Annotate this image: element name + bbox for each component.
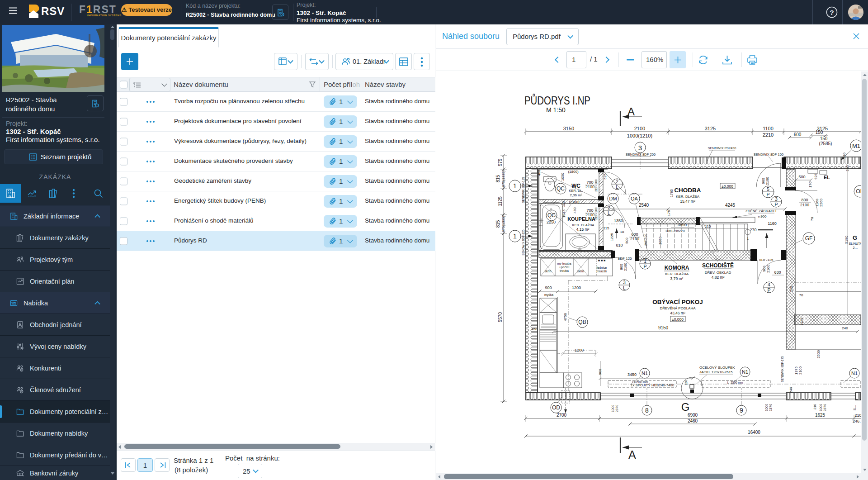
- svg-text:8DF-125: 8DF-125: [759, 258, 774, 262]
- svg-text:2: 2: [616, 179, 618, 184]
- svg-text:SLINUTA: SLINUTA: [849, 242, 861, 245]
- svg-text:M 1:50: M 1:50: [546, 106, 566, 114]
- svg-text:1375: 1375: [794, 366, 798, 375]
- svg-text:lednice: lednice: [597, 266, 607, 269]
- svg-text:450: 450: [531, 327, 538, 331]
- svg-text:625: 625: [814, 173, 818, 180]
- svg-text:SENDWIX 8DF-125: SENDWIX 8DF-125: [522, 177, 525, 203]
- svg-text:1000: 1000: [819, 404, 823, 412]
- svg-text:20F-100: 20F-100: [644, 234, 647, 246]
- svg-text:800: 800: [801, 198, 808, 202]
- svg-text:1160: 1160: [815, 199, 819, 207]
- svg-text:500: 500: [798, 175, 805, 179]
- svg-text:3: 3: [623, 280, 626, 285]
- svg-text:1200: 1200: [572, 285, 581, 290]
- svg-text:2700: 2700: [557, 413, 567, 418]
- svg-text:500: 500: [625, 238, 629, 244]
- svg-text:L: L: [616, 184, 618, 190]
- svg-text:P: P: [767, 287, 770, 293]
- svg-text:KER. DL.: KER. DL.: [569, 189, 583, 193]
- svg-text:1785: 1785: [670, 189, 674, 197]
- svg-text:700: 700: [586, 180, 593, 185]
- svg-text:1125: 1125: [498, 196, 503, 206]
- svg-text:150: 150: [820, 136, 828, 141]
- svg-text:KER. DLAŽBA: KER. DLAŽBA: [676, 195, 700, 199]
- svg-text:1000: 1000: [611, 405, 615, 413]
- svg-text:A: A: [628, 448, 636, 461]
- svg-text:9: 9: [740, 407, 743, 414]
- svg-text:G: G: [681, 401, 690, 413]
- svg-text:2100: 2100: [585, 213, 594, 217]
- svg-text:(1800): (1800): [568, 170, 578, 174]
- svg-text:+pečící: +pečící: [559, 266, 570, 269]
- svg-text:mrazák: mrazák: [597, 270, 607, 273]
- svg-text:4: 4: [768, 282, 770, 287]
- svg-text:1: 1: [513, 233, 517, 240]
- svg-text:P: P: [766, 192, 769, 197]
- svg-text:EL: EL: [824, 175, 830, 180]
- svg-text:240: 240: [789, 387, 793, 393]
- svg-text:900: 900: [761, 178, 765, 184]
- svg-text:SENDWIX 8DF-175: SENDWIX 8DF-175: [781, 356, 784, 382]
- svg-text:1200: 1200: [575, 348, 584, 352]
- svg-text:2210: 2210: [763, 132, 774, 138]
- svg-text:QC: QC: [547, 212, 556, 219]
- svg-text:5: 5: [767, 186, 769, 192]
- svg-text:4,82 m²: 4,82 m²: [712, 275, 725, 280]
- svg-text:P: P: [643, 264, 646, 269]
- svg-text:700: 700: [586, 208, 593, 213]
- svg-text:120: 120: [684, 380, 688, 385]
- svg-text:3125: 3125: [705, 126, 716, 131]
- svg-text:630: 630: [774, 270, 781, 275]
- svg-text:70: 70: [810, 217, 814, 221]
- svg-text:1350: 1350: [614, 219, 623, 223]
- svg-text:(2585): (2585): [819, 141, 832, 146]
- svg-text:1: 1: [747, 237, 749, 241]
- svg-text:A: A: [627, 105, 635, 118]
- svg-text:±0,000: ±0,000: [672, 317, 684, 322]
- svg-text:2100: 2100: [765, 177, 769, 185]
- svg-text:1845: 1845: [562, 209, 566, 218]
- svg-text:1625: 1625: [815, 413, 826, 418]
- svg-text:S…: S…: [853, 405, 857, 411]
- svg-text:1160: 1160: [768, 221, 776, 226]
- svg-text:1050: 1050: [658, 237, 662, 245]
- svg-text:2…: 2…: [853, 246, 858, 249]
- svg-text:G: G: [853, 234, 857, 241]
- svg-text:240: 240: [842, 326, 848, 330]
- svg-text:DŘEV. OBKLAD: DŘEV. OBKLAD: [705, 271, 731, 275]
- svg-text:2,36 m²: 2,36 m²: [570, 193, 582, 197]
- svg-text:SENDWIX 8DF-125: SENDWIX 8DF-125: [522, 229, 525, 256]
- svg-text:GF: GF: [805, 235, 813, 242]
- svg-text:115: 115: [604, 226, 609, 230]
- svg-text:OP: OP: [856, 188, 861, 195]
- svg-text:15,47 m²: 15,47 m²: [680, 199, 695, 204]
- svg-text:810: 810: [616, 243, 623, 247]
- svg-text:myčka: myčka: [544, 293, 553, 297]
- svg-text:QC: QC: [557, 185, 565, 192]
- svg-text:skříň: skříň: [544, 270, 551, 273]
- svg-text:KER. DLAŽBA: KER. DLAŽBA: [572, 223, 594, 227]
- svg-text:175: 175: [667, 210, 671, 216]
- svg-text:1050: 1050: [561, 173, 565, 181]
- svg-text:OBÝVACÍ POKOJ: OBÝVACÍ POKOJ: [652, 299, 703, 305]
- svg-text:2100: 2100: [800, 203, 809, 207]
- svg-text:18x179x270: 18x179x270: [665, 229, 685, 233]
- svg-text:4750: 4750: [563, 313, 567, 321]
- svg-text:210: 210: [813, 404, 817, 410]
- svg-text:L=2500 mm: L=2500 mm: [727, 381, 743, 384]
- svg-text:QB: QB: [578, 319, 586, 325]
- svg-text:PŮDORYS I.NP: PŮDORYS I.NP: [524, 93, 590, 107]
- svg-text:115: 115: [561, 201, 566, 207]
- svg-text:P: P: [774, 202, 778, 207]
- svg-text:SCHODIŠTĚ: SCHODIŠTĚ: [702, 262, 734, 269]
- svg-text:trouba: trouba: [560, 269, 569, 272]
- svg-text:2DF-100: 2DF-100: [594, 207, 598, 219]
- svg-text:2500: 2500: [816, 350, 821, 358]
- svg-text:2540: 2540: [639, 203, 649, 208]
- svg-text:1: 1: [513, 182, 517, 190]
- svg-text:815: 815: [495, 175, 500, 182]
- svg-text:DM: DM: [609, 196, 617, 201]
- svg-text:CHODBA: CHODBA: [674, 187, 701, 194]
- svg-text:±0,000: ±0,000: [722, 184, 733, 189]
